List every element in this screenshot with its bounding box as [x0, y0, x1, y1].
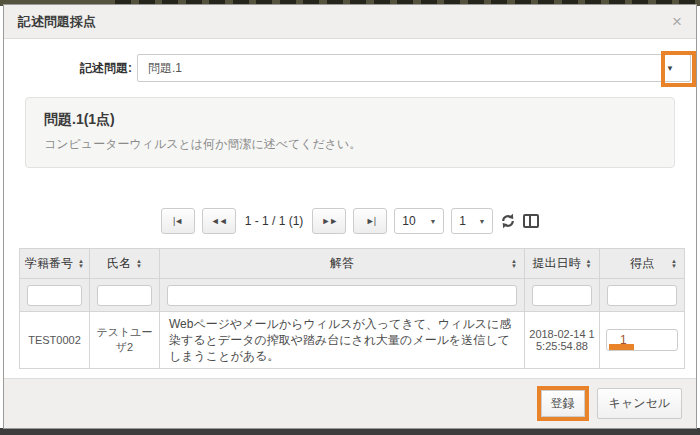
- answers-table: 学籍番号 ▲▼ 氏名 ▲▼ 解答 ▲▼ 提出日時 ▲▼ 得点 ▲▼: [19, 248, 685, 369]
- pager-prev-button[interactable]: ◄◄: [202, 208, 236, 234]
- page-number-select[interactable]: 1 ▼: [451, 208, 493, 234]
- question-select[interactable]: 問題.1 ▼: [137, 54, 691, 82]
- question-select-value: 問題.1: [148, 60, 182, 77]
- pager-last-button[interactable]: ►|: [353, 208, 387, 234]
- sort-icon[interactable]: ▲▼: [671, 259, 677, 269]
- filter-answer-input[interactable]: [167, 285, 517, 306]
- page-size-select[interactable]: 10 ▼: [394, 208, 444, 234]
- cancel-button[interactable]: キャンセル: [597, 388, 682, 419]
- filter-submitted-at-input[interactable]: [532, 285, 592, 306]
- close-icon[interactable]: ×: [672, 13, 682, 30]
- cell-name: テストユーザ2: [90, 312, 160, 369]
- modal-footer: 登録 キャンセル: [4, 378, 696, 428]
- filter-name-input[interactable]: [97, 285, 152, 306]
- page-size-value: 10: [402, 214, 415, 228]
- column-header-name[interactable]: 氏名 ▲▼: [90, 249, 160, 279]
- table-filter-row: [20, 279, 685, 312]
- column-header-student-id[interactable]: 学籍番号 ▲▼: [20, 249, 90, 279]
- column-header-answer[interactable]: 解答 ▲▼: [160, 249, 525, 279]
- page-number-value: 1: [459, 214, 466, 228]
- refresh-icon[interactable]: [500, 213, 516, 229]
- chevron-down-icon: ▼: [429, 218, 436, 225]
- sort-icon[interactable]: ▲▼: [511, 259, 517, 269]
- cell-answer: Webページやメールからウィルスが入ってきて、ウィルスに感染するとデータの搾取や…: [160, 312, 525, 369]
- cell-score: [600, 312, 685, 369]
- score-input[interactable]: [606, 329, 678, 351]
- table-header-row: 学籍番号 ▲▼ 氏名 ▲▼ 解答 ▲▼ 提出日時 ▲▼ 得点 ▲▼: [20, 249, 685, 279]
- modal-header: 記述問題採点 ×: [4, 5, 696, 39]
- chevron-down-icon: ▼: [478, 218, 485, 225]
- question-description: コンピューターウィルスとは何か簡潔に述べてください。: [44, 136, 656, 153]
- pager-next-button[interactable]: ►►: [312, 208, 346, 234]
- question-panel: 問題.1(1点) コンピューターウィルスとは何か簡潔に述べてください。: [25, 97, 675, 168]
- columns-icon[interactable]: [523, 214, 539, 228]
- sort-icon[interactable]: ▲▼: [586, 259, 592, 269]
- pagination-bar: |◄ ◄◄ 1 - 1 / 1 (1) ►► ►| 10 ▼ 1 ▼: [4, 206, 696, 236]
- cell-submitted-at: 2018-02-14 15:25:54.88: [525, 312, 600, 369]
- submit-button[interactable]: 登録: [541, 390, 585, 417]
- pager-first-button[interactable]: |◄: [161, 208, 195, 234]
- annotation-highlight-submit: 登録: [537, 386, 589, 421]
- cell-student-id: TEST0002: [20, 312, 90, 369]
- grading-modal: 記述問題採点 × 記述問題: 問題.1 ▼ 問題.1(1点) コンピューターウィ…: [3, 4, 697, 429]
- filter-student-id-input[interactable]: [27, 285, 82, 306]
- pager-info: 1 - 1 / 1 (1): [243, 214, 306, 228]
- column-header-score[interactable]: 得点 ▲▼: [600, 249, 685, 279]
- column-header-submitted-at[interactable]: 提出日時 ▲▼: [525, 249, 600, 279]
- question-select-label: 記述問題:: [4, 54, 132, 82]
- table-row: TEST0002 テストユーザ2 Webページやメールからウィルスが入ってきて、…: [20, 312, 685, 369]
- sort-icon[interactable]: ▲▼: [78, 259, 84, 269]
- filter-score-input[interactable]: [607, 285, 677, 306]
- page-background-bottom: [0, 428, 700, 435]
- modal-title: 記述問題採点: [18, 13, 96, 31]
- sort-icon[interactable]: ▲▼: [136, 259, 142, 269]
- annotation-highlight-dropdown: [661, 51, 696, 87]
- question-title: 問題.1(1点): [44, 111, 656, 129]
